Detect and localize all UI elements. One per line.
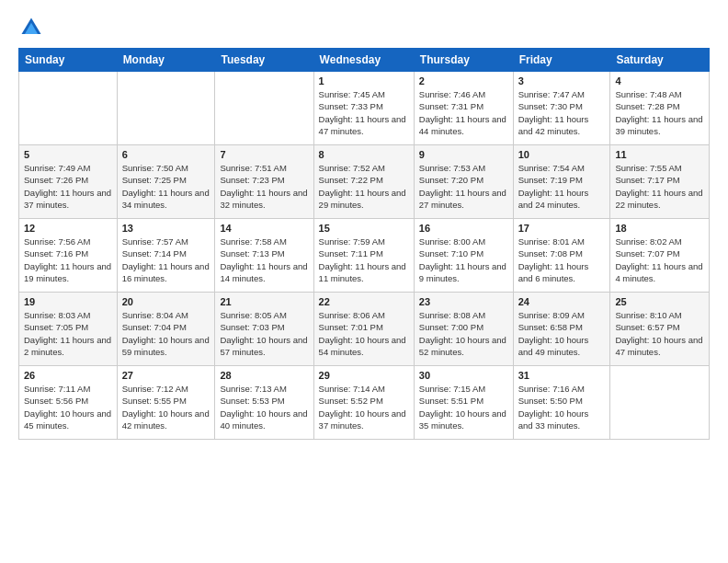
calendar-cell: 13 Sunrise: 7:57 AMSunset: 7:14 PMDaylig… — [117, 219, 215, 293]
calendar-cell: 12 Sunrise: 7:56 AMSunset: 7:16 PMDaylig… — [19, 219, 118, 293]
weekday-header: Monday — [117, 49, 215, 72]
day-info: Sunrise: 8:09 AMSunset: 6:58 PMDaylight:… — [518, 309, 606, 358]
day-number: 15 — [319, 223, 409, 234]
calendar-cell: 15 Sunrise: 7:59 AMSunset: 7:11 PMDaylig… — [313, 219, 414, 293]
day-number: 1 — [319, 75, 409, 86]
calendar-cell: 11 Sunrise: 7:55 AMSunset: 7:17 PMDaylig… — [610, 145, 710, 219]
day-info: Sunrise: 7:54 AMSunset: 7:19 PMDaylight:… — [518, 162, 606, 211]
calendar-cell: 28 Sunrise: 7:13 AMSunset: 5:53 PMDaylig… — [215, 366, 313, 440]
weekday-header: Saturday — [610, 49, 710, 72]
day-number: 31 — [518, 370, 606, 381]
day-info: Sunrise: 7:45 AMSunset: 7:33 PMDaylight:… — [319, 88, 409, 137]
day-info: Sunrise: 7:13 AMSunset: 5:53 PMDaylight:… — [220, 383, 308, 431]
day-info: Sunrise: 7:51 AMSunset: 7:23 PMDaylight:… — [220, 162, 308, 211]
calendar-cell: 31 Sunrise: 7:16 AMSunset: 5:50 PMDaylig… — [513, 366, 610, 440]
calendar-week-row: 26 Sunrise: 7:11 AMSunset: 5:56 PMDaylig… — [19, 366, 710, 440]
day-info: Sunrise: 8:10 AMSunset: 6:57 PMDaylight:… — [615, 309, 704, 358]
day-info: Sunrise: 8:05 AMSunset: 7:03 PMDaylight:… — [220, 309, 308, 358]
day-number: 5 — [24, 149, 112, 160]
day-number: 10 — [518, 149, 606, 160]
day-number: 16 — [419, 223, 508, 234]
day-info: Sunrise: 7:50 AMSunset: 7:25 PMDaylight:… — [122, 162, 210, 211]
day-info: Sunrise: 8:03 AMSunset: 7:05 PMDaylight:… — [24, 309, 112, 358]
calendar-cell: 26 Sunrise: 7:11 AMSunset: 5:56 PMDaylig… — [19, 366, 118, 440]
calendar-cell: 17 Sunrise: 8:01 AMSunset: 7:08 PMDaylig… — [513, 219, 610, 293]
day-number: 25 — [615, 296, 704, 307]
calendar-cell: 4 Sunrise: 7:48 AMSunset: 7:28 PMDayligh… — [610, 72, 710, 145]
day-info: Sunrise: 7:16 AMSunset: 5:50 PMDaylight:… — [518, 383, 606, 431]
day-number: 26 — [24, 370, 112, 381]
day-number: 9 — [419, 149, 508, 160]
calendar: SundayMondayTuesdayWednesdayThursdayFrid… — [18, 48, 710, 440]
day-number: 30 — [419, 370, 508, 381]
day-info: Sunrise: 8:06 AMSunset: 7:01 PMDaylight:… — [319, 309, 409, 358]
day-info: Sunrise: 7:46 AMSunset: 7:31 PMDaylight:… — [419, 88, 508, 137]
weekday-header: Tuesday — [215, 49, 313, 72]
calendar-cell: 2 Sunrise: 7:46 AMSunset: 7:31 PMDayligh… — [414, 72, 513, 145]
day-number: 19 — [24, 296, 112, 307]
calendar-cell: 24 Sunrise: 8:09 AMSunset: 6:58 PMDaylig… — [513, 293, 610, 366]
calendar-cell — [610, 366, 710, 440]
day-number: 28 — [220, 370, 308, 381]
calendar-cell: 23 Sunrise: 8:08 AMSunset: 7:00 PMDaylig… — [414, 293, 513, 366]
day-info: Sunrise: 7:59 AMSunset: 7:11 PMDaylight:… — [319, 236, 409, 284]
calendar-cell: 25 Sunrise: 8:10 AMSunset: 6:57 PMDaylig… — [610, 293, 710, 366]
day-info: Sunrise: 7:53 AMSunset: 7:20 PMDaylight:… — [419, 162, 508, 211]
logo-icon — [18, 15, 44, 40]
day-info: Sunrise: 7:55 AMSunset: 7:17 PMDaylight:… — [615, 162, 704, 211]
day-info: Sunrise: 7:58 AMSunset: 7:13 PMDaylight:… — [220, 236, 308, 284]
calendar-cell: 18 Sunrise: 8:02 AMSunset: 7:07 PMDaylig… — [610, 219, 710, 293]
day-info: Sunrise: 8:00 AMSunset: 7:10 PMDaylight:… — [419, 236, 508, 284]
day-number: 8 — [319, 149, 409, 160]
weekday-header: Wednesday — [313, 49, 414, 72]
day-number: 17 — [518, 223, 606, 234]
calendar-week-row: 1 Sunrise: 7:45 AMSunset: 7:33 PMDayligh… — [19, 72, 710, 145]
day-info: Sunrise: 8:04 AMSunset: 7:04 PMDaylight:… — [122, 309, 210, 358]
page: SundayMondayTuesdayWednesdayThursdayFrid… — [0, 0, 728, 563]
day-number: 13 — [122, 223, 210, 234]
calendar-cell: 8 Sunrise: 7:52 AMSunset: 7:22 PMDayligh… — [313, 145, 414, 219]
day-number: 27 — [122, 370, 210, 381]
day-number: 6 — [122, 149, 210, 160]
calendar-cell: 14 Sunrise: 7:58 AMSunset: 7:13 PMDaylig… — [215, 219, 313, 293]
calendar-cell — [215, 72, 313, 145]
calendar-cell — [117, 72, 215, 145]
day-number: 7 — [220, 149, 308, 160]
calendar-cell: 30 Sunrise: 7:15 AMSunset: 5:51 PMDaylig… — [414, 366, 513, 440]
day-number: 21 — [220, 296, 308, 307]
day-number: 29 — [319, 370, 409, 381]
day-number: 24 — [518, 296, 606, 307]
logo — [18, 15, 48, 40]
day-number: 20 — [122, 296, 210, 307]
day-number: 12 — [24, 223, 112, 234]
calendar-cell — [19, 72, 118, 145]
calendar-cell: 6 Sunrise: 7:50 AMSunset: 7:25 PMDayligh… — [117, 145, 215, 219]
calendar-cell: 22 Sunrise: 8:06 AMSunset: 7:01 PMDaylig… — [313, 293, 414, 366]
day-number: 14 — [220, 223, 308, 234]
calendar-cell: 7 Sunrise: 7:51 AMSunset: 7:23 PMDayligh… — [215, 145, 313, 219]
day-info: Sunrise: 7:14 AMSunset: 5:52 PMDaylight:… — [319, 383, 409, 431]
day-number: 23 — [419, 296, 508, 307]
day-number: 3 — [518, 75, 606, 86]
day-info: Sunrise: 7:49 AMSunset: 7:26 PMDaylight:… — [24, 162, 112, 211]
calendar-cell: 3 Sunrise: 7:47 AMSunset: 7:30 PMDayligh… — [513, 72, 610, 145]
calendar-cell: 5 Sunrise: 7:49 AMSunset: 7:26 PMDayligh… — [19, 145, 118, 219]
calendar-cell: 27 Sunrise: 7:12 AMSunset: 5:55 PMDaylig… — [117, 366, 215, 440]
day-info: Sunrise: 7:52 AMSunset: 7:22 PMDaylight:… — [319, 162, 409, 211]
weekday-header: Sunday — [19, 49, 118, 72]
day-info: Sunrise: 8:02 AMSunset: 7:07 PMDaylight:… — [615, 236, 704, 284]
day-info: Sunrise: 8:01 AMSunset: 7:08 PMDaylight:… — [518, 236, 606, 284]
calendar-cell: 19 Sunrise: 8:03 AMSunset: 7:05 PMDaylig… — [19, 293, 118, 366]
day-info: Sunrise: 7:47 AMSunset: 7:30 PMDaylight:… — [518, 88, 606, 137]
calendar-week-row: 12 Sunrise: 7:56 AMSunset: 7:16 PMDaylig… — [19, 219, 710, 293]
day-info: Sunrise: 7:48 AMSunset: 7:28 PMDaylight:… — [615, 88, 704, 137]
weekday-header: Thursday — [414, 49, 513, 72]
day-info: Sunrise: 7:11 AMSunset: 5:56 PMDaylight:… — [24, 383, 112, 431]
weekday-header-row: SundayMondayTuesdayWednesdayThursdayFrid… — [19, 49, 710, 72]
calendar-cell: 9 Sunrise: 7:53 AMSunset: 7:20 PMDayligh… — [414, 145, 513, 219]
calendar-cell: 20 Sunrise: 8:04 AMSunset: 7:04 PMDaylig… — [117, 293, 215, 366]
day-info: Sunrise: 7:57 AMSunset: 7:14 PMDaylight:… — [122, 236, 210, 284]
calendar-week-row: 19 Sunrise: 8:03 AMSunset: 7:05 PMDaylig… — [19, 293, 710, 366]
day-number: 22 — [319, 296, 409, 307]
weekday-header: Friday — [513, 49, 610, 72]
